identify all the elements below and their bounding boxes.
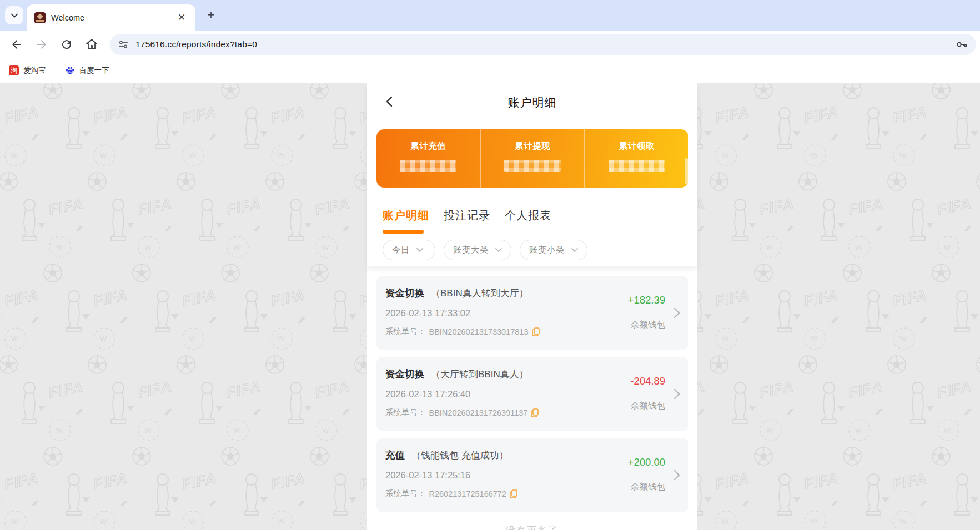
site-settings-icon[interactable]	[118, 39, 129, 50]
redacted-value	[609, 160, 665, 172]
txn-note: （钱能钱包 充值成功）	[411, 449, 509, 462]
url-text[interactable]: 175616.cc/reports/index?tab=0	[135, 39, 955, 49]
report-tabs: 账户明细 投注记录 个人报表	[383, 208, 551, 223]
txn-order-label: 系统单号：	[385, 407, 426, 418]
txn-order-number: BBIN202602131726391137	[429, 408, 528, 417]
total-withdraw: 累计提现	[480, 129, 585, 188]
txn-wallet: 余额钱包	[599, 319, 665, 331]
active-tab-underline	[383, 230, 424, 234]
chevron-right-icon[interactable]	[673, 307, 681, 319]
site-favicon	[34, 12, 46, 23]
redacted-value	[400, 160, 456, 172]
txn-datetime: 2026-02-13 17:26:40	[385, 389, 599, 400]
chevron-down-icon	[495, 248, 502, 252]
app-header: 账户明细	[367, 83, 697, 120]
txn-wallet: 余额钱包	[599, 400, 665, 412]
filter-row: 今日 账变大类 账变小类	[383, 240, 587, 260]
total-withdraw-label: 累计提现	[481, 140, 585, 152]
tab-title: Welcome	[51, 13, 175, 22]
copy-icon[interactable]	[510, 489, 517, 498]
txn-wallet: 余额钱包	[599, 481, 665, 493]
txn-order-number: BBIN202602131733017813	[429, 327, 529, 336]
password-key-icon[interactable]	[955, 38, 968, 51]
tab-account-detail[interactable]: 账户明细	[383, 208, 429, 223]
transaction-row[interactable]: 充值 （钱能钱包 充值成功） 2026-02-13 17:25:16 系统单号：…	[376, 438, 688, 512]
home-icon[interactable]	[85, 38, 98, 51]
txn-amount: +182.39	[599, 294, 665, 306]
total-deposit: 累计充值	[376, 129, 480, 188]
filter-label: 账变大类	[453, 245, 489, 255]
filter-major-category[interactable]: 账变大类	[444, 240, 511, 260]
tab-personal-report[interactable]: 个人报表	[505, 208, 551, 223]
baidu-paw-icon: du	[65, 65, 75, 75]
chevron-right-icon[interactable]	[673, 388, 681, 400]
chevron-right-icon[interactable]	[673, 469, 681, 481]
new-tab-button[interactable]: +	[203, 8, 219, 23]
summary-totals-card[interactable]: 累计充值 累计提现 累计领取	[376, 129, 688, 188]
filter-minor-category[interactable]: 账变小类	[520, 240, 587, 260]
txn-amount: -204.89	[599, 375, 665, 387]
filter-label: 账变小类	[529, 245, 565, 255]
total-claimed-label: 累计领取	[585, 140, 688, 152]
tab-search-button[interactable]	[5, 6, 23, 24]
browser-toolbar: 175616.cc/reports/index?tab=0	[0, 31, 980, 58]
bookmark-aitaobao[interactable]: 淘 爱淘宝	[9, 65, 46, 75]
tab-bet-records[interactable]: 投注记录	[444, 208, 490, 223]
list-end-text: 没有更多了	[367, 524, 697, 530]
total-claimed: 累计领取	[584, 129, 688, 188]
svg-text:du: du	[68, 70, 71, 74]
txn-type: 资金切换	[385, 367, 424, 381]
txn-order-label: 系统单号：	[385, 326, 426, 337]
txn-datetime: 2026-02-13 17:33:02	[385, 308, 599, 319]
copy-icon[interactable]	[532, 327, 540, 336]
browser-tab-welcome[interactable]: Welcome ✕	[27, 4, 195, 31]
bookmark-baidu[interactable]: du 百度一下	[65, 65, 109, 75]
bookmark-label: 百度一下	[79, 65, 109, 75]
chevron-down-icon	[416, 248, 423, 252]
transaction-row[interactable]: 资金切换 （BBIN真人转到大厅） 2026-02-13 17:33:02 系统…	[376, 276, 688, 350]
sticky-header-section: 账户明细 累计充值 累计提现 累计领取 账户明细 投注记录 个人报表	[367, 83, 697, 266]
redacted-value	[504, 160, 561, 172]
taobao-icon: 淘	[9, 65, 19, 75]
txn-order-label: 系统单号：	[385, 488, 426, 499]
txn-order-number: R2602131725166772	[429, 489, 507, 498]
txn-type: 充值	[385, 448, 405, 462]
total-deposit-label: 累计充值	[376, 140, 480, 152]
filter-label: 今日	[392, 245, 410, 255]
browser-tab-strip: Welcome ✕ +	[0, 0, 980, 31]
chevron-down-icon	[571, 248, 578, 252]
account-detail-panel: 账户明细 累计充值 累计提现 累计领取 账户明细 投注记录 个人报表	[367, 83, 697, 530]
txn-note: （BBIN真人转到大厅）	[431, 287, 529, 300]
txn-type: 资金切换	[385, 286, 424, 300]
forward-icon[interactable]	[35, 38, 48, 51]
back-icon[interactable]	[10, 38, 23, 51]
chevron-down-icon	[11, 13, 18, 18]
url-bar[interactable]: 175616.cc/reports/index?tab=0	[110, 34, 976, 55]
txn-amount: +200.00	[599, 456, 665, 468]
refresh-icon[interactable]	[60, 38, 73, 51]
filter-date[interactable]: 今日	[383, 240, 435, 260]
bookmark-label: 爱淘宝	[23, 65, 46, 75]
tab-close-icon[interactable]: ✕	[175, 12, 188, 24]
card-scroll-indicator	[685, 158, 688, 184]
txn-note: （大厅转到BBIN真人）	[431, 368, 529, 381]
page-title: 账户明细	[367, 95, 697, 110]
transaction-row[interactable]: 资金切换 （大厅转到BBIN真人） 2026-02-13 17:26:40 系统…	[376, 357, 688, 431]
bookmarks-bar: 淘 爱淘宝 du 百度一下	[0, 58, 980, 83]
copy-icon[interactable]	[531, 408, 539, 417]
txn-datetime: 2026-02-13 17:25:16	[385, 470, 599, 481]
